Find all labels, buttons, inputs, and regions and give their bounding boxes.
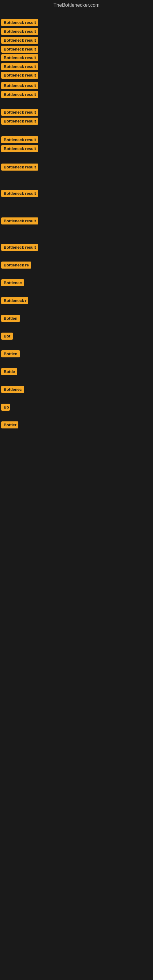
bottleneck-badge-row: Bottleneck result <box>1 54 38 62</box>
bottleneck-badge[interactable]: Bottleneck result <box>1 72 38 79</box>
bottleneck-badge-row: Bottleneck result <box>1 91 38 99</box>
bottleneck-badge[interactable]: Bottlenec <box>1 279 24 286</box>
bottleneck-badge-row: Bottleneck result <box>1 82 38 90</box>
bottleneck-badge[interactable]: Bottlenec <box>1 386 24 393</box>
bottleneck-badge[interactable]: Bottler <box>1 422 18 428</box>
bottleneck-badge[interactable]: Bottlen <box>1 350 20 357</box>
bottleneck-badge-row: Bottlenec <box>1 279 24 288</box>
bottleneck-badge[interactable]: Bottleneck result <box>1 109 38 116</box>
bottleneck-badge[interactable]: Bottleneck result <box>1 19 38 26</box>
bottleneck-badge[interactable]: Bottleneck result <box>1 46 38 52</box>
bottleneck-badge[interactable]: Bottle <box>1 368 17 375</box>
bottleneck-badge[interactable]: Bo <box>1 404 10 411</box>
bottleneck-badge-row: Bottleneck result <box>1 19 38 27</box>
bottleneck-badge-row: Bottleneck result <box>1 218 38 226</box>
bottleneck-badge[interactable]: Bot <box>1 332 13 340</box>
bottleneck-badge[interactable]: Bottleneck result <box>1 63 38 70</box>
bottleneck-badge[interactable]: Bottleneck result <box>1 118 38 125</box>
bottleneck-badge-row: Bottleneck re <box>1 261 31 270</box>
bottleneck-badge-row: Bottleneck r <box>1 297 28 305</box>
site-title: TheBottlenecker.com <box>0 0 153 10</box>
bottleneck-badge-row: Bottle <box>1 368 17 376</box>
bottleneck-badge-row: Bottlenec <box>1 386 24 394</box>
bottleneck-badge-row: Bottleneck result <box>1 28 38 36</box>
bottleneck-badge[interactable]: Bottlen <box>1 315 20 322</box>
bottleneck-badge-row: Bottlen <box>1 350 20 359</box>
bottleneck-badge[interactable]: Bottleneck result <box>1 190 38 197</box>
bottleneck-badge-row: Bottleneck result <box>1 37 38 45</box>
bottleneck-badge-row: Bot <box>1 332 13 341</box>
bottleneck-badge-row: Bottleneck result <box>1 63 38 72</box>
bottleneck-badge[interactable]: Bottleneck result <box>1 136 38 143</box>
bottleneck-badge-row: Bottleneck result <box>1 118 38 126</box>
bottleneck-badge-row: Bottleneck result <box>1 164 38 172</box>
bottleneck-badge-row: Bottleneck result <box>1 244 38 252</box>
bottleneck-badge-row: Bottlen <box>1 315 20 323</box>
bottleneck-badge[interactable]: Bottleneck result <box>1 91 38 98</box>
bottleneck-badge-row: Bottler <box>1 422 18 430</box>
bottleneck-badge[interactable]: Bottleneck result <box>1 37 38 44</box>
bottleneck-badge-row: Bottleneck result <box>1 46 38 54</box>
bottleneck-badge[interactable]: Bottleneck result <box>1 145 38 152</box>
bottleneck-badge[interactable]: Bottleneck re <box>1 261 31 269</box>
bottleneck-badge[interactable]: Bottleneck result <box>1 82 38 89</box>
bottleneck-badge[interactable]: Bottleneck result <box>1 54 38 61</box>
bottleneck-badge-row: Bottleneck result <box>1 190 38 198</box>
bottleneck-badge-row: Bottleneck result <box>1 145 38 153</box>
bottleneck-badge-row: Bottleneck result <box>1 72 38 80</box>
bottleneck-badge[interactable]: Bottleneck result <box>1 164 38 170</box>
bottleneck-badge[interactable]: Bottleneck result <box>1 218 38 224</box>
bottleneck-badge-row: Bottleneck result <box>1 136 38 145</box>
bottleneck-badge[interactable]: Bottleneck result <box>1 244 38 251</box>
bottleneck-badge[interactable]: Bottleneck result <box>1 28 38 35</box>
bottleneck-badge[interactable]: Bottleneck r <box>1 297 28 304</box>
bottleneck-badge-row: Bo <box>1 404 10 412</box>
bottleneck-badge-row: Bottleneck result <box>1 109 38 117</box>
